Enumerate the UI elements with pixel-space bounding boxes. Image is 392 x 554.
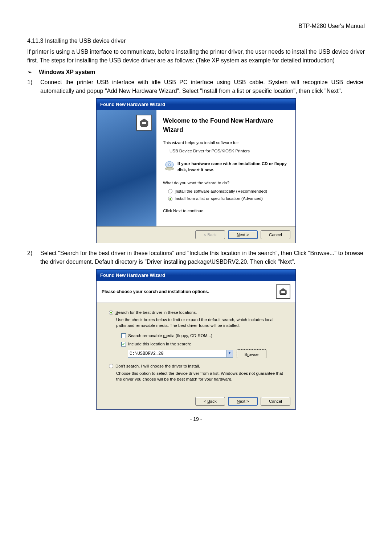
header-right: BTP-M280 User's Manual — [27, 22, 365, 32]
radio-search-icon[interactable] — [109, 311, 113, 315]
path-row: C:\USBDRV2.20 ▼ Browse — [128, 349, 283, 358]
wizard-1-titlebar: Found New Hardware Wizard — [97, 99, 295, 110]
step-1-text: Connect the printer USB interface with i… — [40, 78, 365, 95]
wizard-1: Found New Hardware Wizard Welcome to the… — [96, 98, 296, 243]
radio-dont-search[interactable]: Don't search. I will choose the driver t… — [109, 363, 283, 369]
bullet-row: ➢ Windows XP system — [27, 68, 365, 77]
checkbox-removable-icon[interactable] — [121, 333, 126, 338]
radio-dont-icon[interactable] — [109, 364, 113, 368]
radio-auto-icon[interactable] — [168, 189, 172, 193]
intro-paragraph: If printer is using a USB interface to c… — [27, 48, 365, 65]
radio-auto-label: Install the software automatically (Reco… — [175, 188, 267, 194]
section-heading: 4.11.3 Installing the USB device driver — [27, 37, 365, 45]
wizard-1-footer: < Back Next > Cancel — [97, 226, 295, 243]
svg-point-1 — [168, 164, 171, 166]
wizard-1-sidepanel — [97, 110, 156, 226]
page-number: - 19 - — [27, 415, 365, 423]
path-combobox[interactable]: C:\USBDRV2.20 ▼ — [128, 350, 233, 358]
wizard-1-heading: Welcome to the Found New Hardware Wizard — [163, 116, 289, 135]
wizard-1-device-name: USB Device Driver for POS/KIOSK Printers — [170, 148, 289, 154]
radio-dont-label: Don't search. I will choose the driver t… — [115, 363, 200, 369]
wizard-2-header: Please choose your search and installati… — [97, 281, 295, 303]
checkbox-include-label: Include this location in the search: — [128, 341, 191, 347]
radio-search-label: Search for the best driver in these loca… — [115, 309, 197, 316]
checkbox-include[interactable]: Include this location in the search: — [121, 341, 283, 347]
cd-hint-row: If your hardware came with an installati… — [164, 161, 289, 173]
radio-specific-icon[interactable] — [168, 197, 172, 201]
wizard-1-mainpanel: Welcome to the Found New Hardware Wizard… — [156, 110, 295, 226]
checkbox-removable[interactable]: Search removable media (floppy, CD-ROM..… — [121, 333, 283, 339]
step-1-number: 1) — [27, 78, 35, 95]
step-2-number: 2) — [27, 249, 35, 266]
wizard-2-footer: < Back Next > Cancel — [97, 393, 295, 409]
cancel-button[interactable]: Cancel — [261, 230, 290, 239]
radio-specific[interactable]: Install from a list or specific location… — [168, 196, 289, 202]
wizard-1-question: What do you want the wizard to do? — [163, 180, 289, 186]
cancel-button-2[interactable]: Cancel — [261, 397, 290, 406]
bullet-symbol: ➢ — [27, 68, 34, 77]
dont-desc: Choose this option to select the device … — [116, 371, 283, 382]
svg-point-2 — [165, 167, 174, 170]
radio-search-locations[interactable]: Search for the best driver in these loca… — [109, 309, 283, 316]
wizard-1-continue: Click Next to continue. — [163, 208, 289, 214]
radio-auto[interactable]: Install the software automatically (Reco… — [168, 188, 289, 194]
checkbox-include-icon[interactable] — [121, 342, 126, 346]
wizard-2-body: Search for the best driver in these loca… — [97, 303, 295, 393]
dropdown-arrow-icon[interactable]: ▼ — [226, 350, 233, 357]
step-2: 2) Select "Search for the best driver in… — [27, 249, 365, 266]
wizard-1-helps-text: This wizard helps you install software f… — [163, 140, 289, 146]
next-button[interactable]: Next > — [228, 230, 258, 239]
cd-icon — [164, 161, 175, 173]
step-1: 1) Connect the printer USB interface wit… — [27, 78, 365, 95]
back-button: < Back — [195, 230, 225, 239]
wizard-2-titlebar: Found New Hardware Wizard — [97, 270, 295, 281]
radio-specific-label: Install from a list or specific location… — [175, 196, 263, 202]
step-2-text: Select "Search for the best driver in th… — [40, 249, 365, 266]
hardware-logo-small-icon — [276, 284, 290, 299]
path-value: C:\USBDRV2.20 — [130, 350, 164, 357]
bullet-text: Windows XP system — [39, 68, 95, 77]
wizard-2: Found New Hardware Wizard Please choose … — [96, 269, 296, 410]
search-desc: Use the check boxes below to limit or ex… — [116, 317, 283, 328]
wizard-2-header-text: Please choose your search and installati… — [102, 288, 209, 295]
cd-hint-text: If your hardware came with an installati… — [177, 161, 289, 173]
browse-button[interactable]: Browse — [237, 349, 266, 358]
next-button-2[interactable]: Next > — [228, 397, 258, 406]
checkbox-removable-label: Search removable media (floppy, CD-ROM..… — [128, 333, 212, 339]
back-button-2[interactable]: < Back — [195, 397, 225, 406]
hardware-logo-icon — [136, 115, 152, 131]
